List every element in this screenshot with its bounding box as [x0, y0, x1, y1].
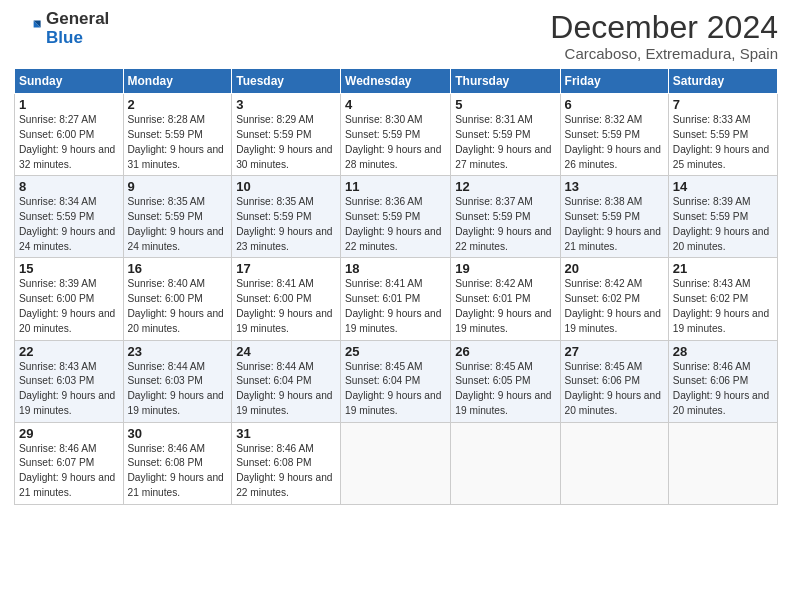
calendar-cell: 30 Sunrise: 8:46 AMSunset: 6:08 PMDaylig… — [123, 422, 232, 504]
col-monday: Monday — [123, 69, 232, 94]
day-number: 29 — [19, 426, 119, 441]
day-number: 22 — [19, 344, 119, 359]
calendar-week-row: 15 Sunrise: 8:39 AMSunset: 6:00 PMDaylig… — [15, 258, 778, 340]
calendar-cell: 7 Sunrise: 8:33 AMSunset: 5:59 PMDayligh… — [668, 94, 777, 176]
day-number: 15 — [19, 261, 119, 276]
day-info: Sunrise: 8:37 AMSunset: 5:59 PMDaylight:… — [455, 196, 551, 251]
day-info: Sunrise: 8:45 AMSunset: 6:05 PMDaylight:… — [455, 361, 551, 416]
calendar-cell: 18 Sunrise: 8:41 AMSunset: 6:01 PMDaylig… — [341, 258, 451, 340]
day-number: 7 — [673, 97, 773, 112]
title-section: December 2024 Carcaboso, Extremadura, Sp… — [550, 10, 778, 62]
header: General Blue December 2024 Carcaboso, Ex… — [14, 10, 778, 62]
calendar-cell: 23 Sunrise: 8:44 AMSunset: 6:03 PMDaylig… — [123, 340, 232, 422]
calendar-cell: 9 Sunrise: 8:35 AMSunset: 5:59 PMDayligh… — [123, 176, 232, 258]
day-number: 18 — [345, 261, 446, 276]
day-info: Sunrise: 8:39 AMSunset: 6:00 PMDaylight:… — [19, 278, 115, 333]
day-info: Sunrise: 8:40 AMSunset: 6:00 PMDaylight:… — [128, 278, 224, 333]
day-info: Sunrise: 8:45 AMSunset: 6:06 PMDaylight:… — [565, 361, 661, 416]
calendar-cell: 20 Sunrise: 8:42 AMSunset: 6:02 PMDaylig… — [560, 258, 668, 340]
calendar-cell: 26 Sunrise: 8:45 AMSunset: 6:05 PMDaylig… — [451, 340, 560, 422]
day-info: Sunrise: 8:46 AMSunset: 6:06 PMDaylight:… — [673, 361, 769, 416]
calendar-cell: 17 Sunrise: 8:41 AMSunset: 6:00 PMDaylig… — [232, 258, 341, 340]
day-number: 27 — [565, 344, 664, 359]
day-number: 2 — [128, 97, 228, 112]
calendar-cell — [668, 422, 777, 504]
calendar-week-row: 22 Sunrise: 8:43 AMSunset: 6:03 PMDaylig… — [15, 340, 778, 422]
day-info: Sunrise: 8:28 AMSunset: 5:59 PMDaylight:… — [128, 114, 224, 169]
calendar-cell: 15 Sunrise: 8:39 AMSunset: 6:00 PMDaylig… — [15, 258, 124, 340]
calendar-cell: 25 Sunrise: 8:45 AMSunset: 6:04 PMDaylig… — [341, 340, 451, 422]
logo-blue: Blue — [46, 29, 109, 48]
calendar-header-row: Sunday Monday Tuesday Wednesday Thursday… — [15, 69, 778, 94]
calendar-cell: 13 Sunrise: 8:38 AMSunset: 5:59 PMDaylig… — [560, 176, 668, 258]
day-info: Sunrise: 8:46 AMSunset: 6:08 PMDaylight:… — [128, 443, 224, 498]
page: General Blue December 2024 Carcaboso, Ex… — [0, 0, 792, 612]
day-info: Sunrise: 8:30 AMSunset: 5:59 PMDaylight:… — [345, 114, 441, 169]
day-info: Sunrise: 8:39 AMSunset: 5:59 PMDaylight:… — [673, 196, 769, 251]
calendar-cell: 2 Sunrise: 8:28 AMSunset: 5:59 PMDayligh… — [123, 94, 232, 176]
day-number: 23 — [128, 344, 228, 359]
calendar-week-row: 8 Sunrise: 8:34 AMSunset: 5:59 PMDayligh… — [15, 176, 778, 258]
day-info: Sunrise: 8:31 AMSunset: 5:59 PMDaylight:… — [455, 114, 551, 169]
calendar-cell: 4 Sunrise: 8:30 AMSunset: 5:59 PMDayligh… — [341, 94, 451, 176]
calendar-cell: 5 Sunrise: 8:31 AMSunset: 5:59 PMDayligh… — [451, 94, 560, 176]
day-info: Sunrise: 8:42 AMSunset: 6:01 PMDaylight:… — [455, 278, 551, 333]
calendar-cell: 1 Sunrise: 8:27 AMSunset: 6:00 PMDayligh… — [15, 94, 124, 176]
calendar-cell: 10 Sunrise: 8:35 AMSunset: 5:59 PMDaylig… — [232, 176, 341, 258]
col-sunday: Sunday — [15, 69, 124, 94]
day-number: 25 — [345, 344, 446, 359]
day-number: 6 — [565, 97, 664, 112]
day-info: Sunrise: 8:35 AMSunset: 5:59 PMDaylight:… — [236, 196, 332, 251]
subtitle: Carcaboso, Extremadura, Spain — [550, 45, 778, 62]
calendar-cell: 29 Sunrise: 8:46 AMSunset: 6:07 PMDaylig… — [15, 422, 124, 504]
calendar-cell: 11 Sunrise: 8:36 AMSunset: 5:59 PMDaylig… — [341, 176, 451, 258]
day-info: Sunrise: 8:38 AMSunset: 5:59 PMDaylight:… — [565, 196, 661, 251]
calendar-week-row: 1 Sunrise: 8:27 AMSunset: 6:00 PMDayligh… — [15, 94, 778, 176]
calendar-cell: 22 Sunrise: 8:43 AMSunset: 6:03 PMDaylig… — [15, 340, 124, 422]
col-thursday: Thursday — [451, 69, 560, 94]
day-number: 21 — [673, 261, 773, 276]
calendar-cell: 3 Sunrise: 8:29 AMSunset: 5:59 PMDayligh… — [232, 94, 341, 176]
calendar-cell — [451, 422, 560, 504]
day-number: 20 — [565, 261, 664, 276]
calendar-table: Sunday Monday Tuesday Wednesday Thursday… — [14, 68, 778, 505]
calendar-cell: 12 Sunrise: 8:37 AMSunset: 5:59 PMDaylig… — [451, 176, 560, 258]
day-info: Sunrise: 8:27 AMSunset: 6:00 PMDaylight:… — [19, 114, 115, 169]
day-info: Sunrise: 8:29 AMSunset: 5:59 PMDaylight:… — [236, 114, 332, 169]
day-info: Sunrise: 8:41 AMSunset: 6:01 PMDaylight:… — [345, 278, 441, 333]
logo: General Blue — [14, 10, 109, 47]
day-number: 28 — [673, 344, 773, 359]
day-info: Sunrise: 8:32 AMSunset: 5:59 PMDaylight:… — [565, 114, 661, 169]
calendar-cell: 31 Sunrise: 8:46 AMSunset: 6:08 PMDaylig… — [232, 422, 341, 504]
calendar-cell — [341, 422, 451, 504]
calendar-cell: 14 Sunrise: 8:39 AMSunset: 5:59 PMDaylig… — [668, 176, 777, 258]
day-number: 9 — [128, 179, 228, 194]
day-number: 10 — [236, 179, 336, 194]
day-info: Sunrise: 8:45 AMSunset: 6:04 PMDaylight:… — [345, 361, 441, 416]
calendar-cell — [560, 422, 668, 504]
day-number: 13 — [565, 179, 664, 194]
day-info: Sunrise: 8:46 AMSunset: 6:07 PMDaylight:… — [19, 443, 115, 498]
col-friday: Friday — [560, 69, 668, 94]
day-number: 19 — [455, 261, 555, 276]
day-info: Sunrise: 8:42 AMSunset: 6:02 PMDaylight:… — [565, 278, 661, 333]
day-number: 12 — [455, 179, 555, 194]
day-number: 4 — [345, 97, 446, 112]
day-number: 24 — [236, 344, 336, 359]
day-number: 26 — [455, 344, 555, 359]
calendar-cell: 19 Sunrise: 8:42 AMSunset: 6:01 PMDaylig… — [451, 258, 560, 340]
col-wednesday: Wednesday — [341, 69, 451, 94]
calendar-cell: 24 Sunrise: 8:44 AMSunset: 6:04 PMDaylig… — [232, 340, 341, 422]
col-tuesday: Tuesday — [232, 69, 341, 94]
day-info: Sunrise: 8:33 AMSunset: 5:59 PMDaylight:… — [673, 114, 769, 169]
main-title: December 2024 — [550, 10, 778, 45]
day-number: 3 — [236, 97, 336, 112]
calendar-cell: 27 Sunrise: 8:45 AMSunset: 6:06 PMDaylig… — [560, 340, 668, 422]
day-number: 11 — [345, 179, 446, 194]
day-number: 16 — [128, 261, 228, 276]
day-number: 17 — [236, 261, 336, 276]
day-number: 14 — [673, 179, 773, 194]
day-info: Sunrise: 8:43 AMSunset: 6:02 PMDaylight:… — [673, 278, 769, 333]
day-info: Sunrise: 8:46 AMSunset: 6:08 PMDaylight:… — [236, 443, 332, 498]
day-number: 1 — [19, 97, 119, 112]
